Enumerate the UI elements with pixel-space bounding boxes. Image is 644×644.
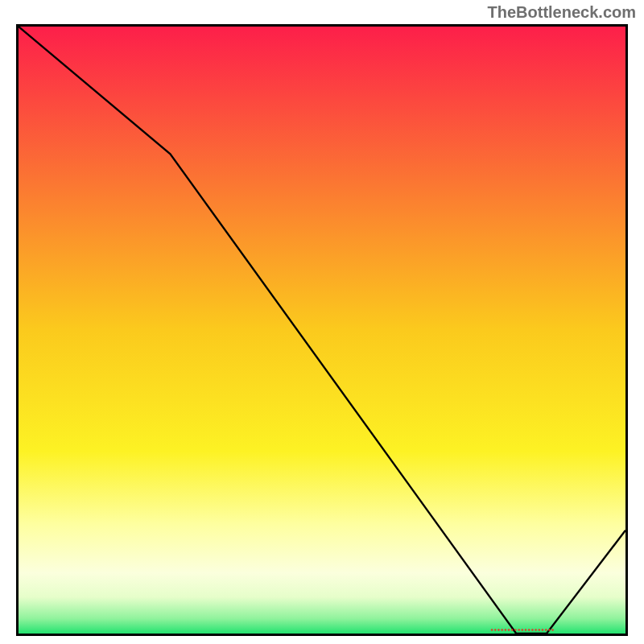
gradient-background	[19, 27, 625, 634]
chart-svg	[19, 27, 625, 634]
svg-point-1	[494, 629, 496, 630]
svg-point-5	[508, 629, 510, 630]
svg-point-0	[491, 629, 493, 630]
chart-container: TheBottleneck.com	[0, 0, 644, 644]
svg-point-13	[535, 629, 536, 630]
svg-point-10	[525, 629, 526, 630]
svg-point-6	[511, 629, 513, 630]
svg-point-11	[528, 629, 530, 630]
attribution-label: TheBottleneck.com	[488, 3, 636, 22]
svg-point-4	[505, 629, 506, 630]
svg-point-3	[502, 629, 503, 630]
svg-point-2	[497, 629, 499, 630]
svg-point-9	[522, 629, 523, 630]
svg-point-18	[551, 629, 553, 630]
svg-point-15	[542, 629, 543, 630]
plot-area	[16, 24, 628, 636]
svg-point-14	[539, 629, 540, 630]
svg-point-12	[531, 629, 533, 630]
svg-point-7	[514, 629, 516, 630]
svg-point-17	[548, 629, 550, 630]
svg-point-8	[518, 629, 519, 630]
svg-point-16	[545, 629, 547, 630]
